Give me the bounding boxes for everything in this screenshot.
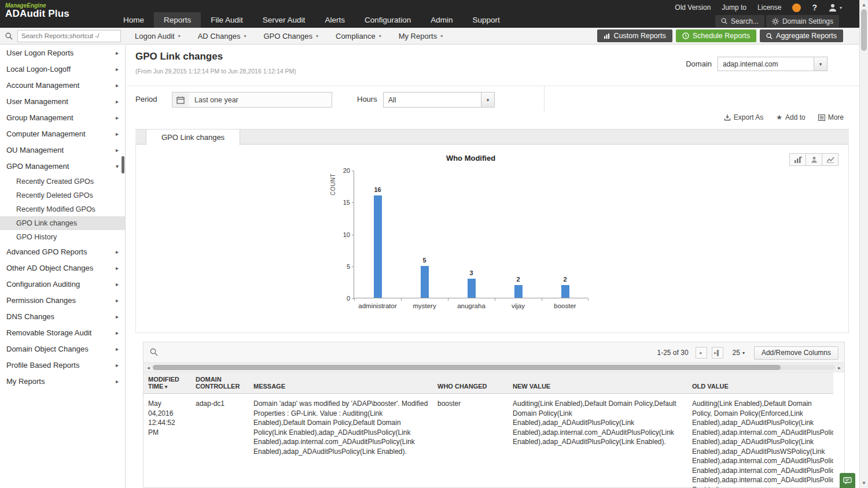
add-remove-columns-button[interactable]: Add/Remove Columns bbox=[754, 346, 838, 360]
sidebar-item-profile-based-reports[interactable]: Profile Based Reports▸ bbox=[0, 357, 125, 374]
sidebar-item-advanced-gpo-reports[interactable]: Advanced GPO Reports▸ bbox=[0, 244, 125, 260]
chevron-right-icon: ▸ bbox=[116, 293, 119, 309]
bar-value-label: 3 bbox=[448, 269, 495, 276]
license-link[interactable]: License bbox=[757, 3, 781, 12]
page-scrollbar-thumb[interactable] bbox=[861, 9, 867, 51]
page-scrollbar[interactable]: ▲ ▼ bbox=[859, 0, 868, 488]
chevron-down-icon: ▾ bbox=[840, 5, 842, 10]
menu-gpo-changes[interactable]: GPO Changes▾ bbox=[255, 28, 327, 44]
user-menu[interactable]: ▾ bbox=[828, 3, 842, 12]
export-as-button[interactable]: Export As bbox=[724, 113, 763, 121]
filter-divider bbox=[544, 86, 545, 113]
bar-vijay[interactable] bbox=[514, 285, 523, 298]
sidebar-item-ou-management[interactable]: OU Management▸ bbox=[0, 142, 125, 158]
search-button[interactable]: Search... bbox=[715, 15, 764, 27]
table-search-icon[interactable] bbox=[150, 348, 158, 356]
hours-dropdown[interactable]: All ▾ bbox=[383, 92, 495, 108]
domain-dropdown[interactable]: adap.internal.com ▾ bbox=[718, 57, 827, 71]
bar-administrator[interactable] bbox=[374, 195, 382, 298]
scroll-right-arrow[interactable]: ▸ bbox=[835, 363, 844, 372]
table-cell: Auditing(Link Enabled),Default Domain Po… bbox=[508, 394, 687, 488]
bar-chart-toggle-icon[interactable] bbox=[789, 153, 806, 166]
topnav-item-configuration[interactable]: Configuration bbox=[355, 12, 421, 28]
add-to-button[interactable]: ★ Add to bbox=[776, 113, 805, 121]
sidebar-item-group-management[interactable]: Group Management▸ bbox=[0, 110, 125, 126]
sidebar-item-configuration-auditing[interactable]: Configuration Auditing▸ bbox=[0, 276, 125, 293]
sidebar-scrollbar-thumb[interactable] bbox=[122, 156, 124, 173]
sidebar-item-other-ad-object-changes[interactable]: Other AD Object Changes▸ bbox=[0, 260, 125, 276]
sidebar-item-gpo-management[interactable]: GPO Management▾ bbox=[0, 158, 125, 175]
sidebar-subitem-recently-modified-gpos[interactable]: Recently Modified GPOs bbox=[0, 202, 125, 216]
column-header-old-value[interactable]: OLD VALUE bbox=[687, 372, 833, 394]
help-icon[interactable]: ? bbox=[812, 3, 817, 12]
support-icon[interactable] bbox=[792, 3, 801, 12]
chat-icon bbox=[843, 477, 852, 485]
domain-settings-button[interactable]: Domain Settings bbox=[766, 15, 839, 27]
table-cell: adap-dc1 bbox=[191, 394, 249, 488]
page-size-dropdown[interactable]: 25 ▾ bbox=[733, 349, 745, 357]
bar-mystery[interactable] bbox=[421, 266, 429, 298]
menu-my-reports[interactable]: My Reports▾ bbox=[390, 28, 451, 44]
bar-booster[interactable] bbox=[561, 285, 569, 298]
jump-to-link[interactable]: Jump to bbox=[722, 3, 746, 12]
more-icon bbox=[818, 114, 825, 121]
topnav-item-home[interactable]: Home bbox=[113, 12, 154, 28]
menu-compliance[interactable]: Compliance▾ bbox=[327, 28, 390, 44]
sidebar-subitem-recently-created-gpos[interactable]: Recently Created GPOs bbox=[0, 175, 125, 188]
period-input[interactable] bbox=[189, 92, 332, 108]
topnav-item-support[interactable]: Support bbox=[462, 12, 509, 28]
sidebar-item-user-logon-reports[interactable]: User Logon Reports▸ bbox=[0, 45, 125, 61]
topnav-item-server-audit[interactable]: Server Audit bbox=[253, 12, 315, 28]
schedule-reports-label: Schedule Reports bbox=[693, 32, 750, 40]
topnav-item-alerts[interactable]: Alerts bbox=[315, 12, 355, 28]
column-header-who-changed[interactable]: WHO CHANGED bbox=[433, 372, 508, 394]
menu-logon-audit[interactable]: Logon Audit▾ bbox=[126, 28, 189, 44]
horizontal-scrollbar-track[interactable] bbox=[153, 365, 835, 370]
topnav-item-file-audit[interactable]: File Audit bbox=[201, 12, 253, 28]
bar-anugraha[interactable] bbox=[468, 279, 476, 298]
search-icon bbox=[721, 18, 727, 24]
table-row[interactable]: May 04,2016 12:44:52 PMadap-dc1Domain 'a… bbox=[144, 394, 833, 488]
sidebar-item-domain-object-changes[interactable]: Domain Object Changes▸ bbox=[0, 341, 125, 357]
sidebar-item-account-management[interactable]: Account Management▸ bbox=[0, 77, 125, 94]
column-header-message[interactable]: MESSAGE bbox=[249, 372, 433, 394]
horizontal-scrollbar-thumb[interactable] bbox=[153, 365, 781, 370]
topnav-item-admin[interactable]: Admin bbox=[421, 12, 462, 28]
sidebar-item-removable-storage-audit[interactable]: Removable Storage Audit▸ bbox=[0, 325, 125, 341]
sidebar-item-dns-changes[interactable]: DNS Changes▸ bbox=[0, 309, 125, 325]
sidebar-subitem-gpo-history[interactable]: GPO History bbox=[0, 230, 125, 244]
menu-ad-changes[interactable]: AD Changes▾ bbox=[189, 28, 255, 44]
column-header-new-value[interactable]: NEW VALUE bbox=[508, 372, 687, 394]
sidebar-item-permission-changes[interactable]: Permission Changes▸ bbox=[0, 293, 125, 309]
table-body: May 04,2016 12:44:52 PMadap-dc1Domain 'a… bbox=[144, 394, 833, 488]
user-filter-icon[interactable] bbox=[806, 153, 822, 166]
table-cell: booster bbox=[433, 394, 508, 488]
more-button[interactable]: More bbox=[818, 113, 844, 121]
schedule-reports-button[interactable]: Schedule Reports bbox=[676, 29, 756, 42]
x-axis-label: anugraha bbox=[448, 302, 495, 309]
scroll-down-arrow[interactable]: ▼ bbox=[860, 479, 868, 487]
line-chart-toggle-icon[interactable] bbox=[822, 153, 838, 166]
topnav-item-reports[interactable]: Reports bbox=[154, 12, 201, 28]
column-header-modified-time[interactable]: MODIFIED TIME ▾ bbox=[144, 372, 191, 394]
chevron-right-icon: ▸ bbox=[116, 110, 119, 126]
sidebar-item-local-logon-logoff[interactable]: Local Logon-Logoff▸ bbox=[0, 61, 125, 77]
next-page-button[interactable]: ▸ bbox=[696, 347, 707, 358]
sidebar-subitem-recently-deleted-gpos[interactable]: Recently Deleted GPOs bbox=[0, 188, 125, 202]
sidebar-subitem-gpo-link-changes[interactable]: GPO Link changes bbox=[0, 216, 125, 230]
chevron-right-icon: ▸ bbox=[116, 357, 119, 374]
sidebar-item-computer-management[interactable]: Computer Management▸ bbox=[0, 126, 125, 142]
sidebar-item-user-management[interactable]: User Management▸ bbox=[0, 94, 125, 110]
sidebar-item-my-reports[interactable]: My Reports▸ bbox=[0, 374, 125, 390]
custom-reports-button[interactable]: Custom Reports bbox=[597, 29, 672, 42]
report-search-input[interactable] bbox=[17, 30, 121, 42]
aggregate-reports-button[interactable]: Aggregate Reports bbox=[760, 29, 843, 42]
scroll-up-arrow[interactable]: ▲ bbox=[860, 1, 868, 9]
column-header-domain-controller[interactable]: DOMAIN CONTROLLER bbox=[191, 372, 249, 394]
tab-gpo-link-changes[interactable]: GPO Link changes bbox=[146, 130, 240, 145]
last-page-button[interactable]: ▸▌ bbox=[712, 347, 723, 358]
scroll-left-arrow[interactable]: ◂ bbox=[144, 363, 153, 372]
old-version-link[interactable]: Old Version bbox=[675, 3, 711, 12]
chat-button[interactable] bbox=[840, 473, 855, 488]
calendar-button[interactable] bbox=[172, 92, 189, 108]
